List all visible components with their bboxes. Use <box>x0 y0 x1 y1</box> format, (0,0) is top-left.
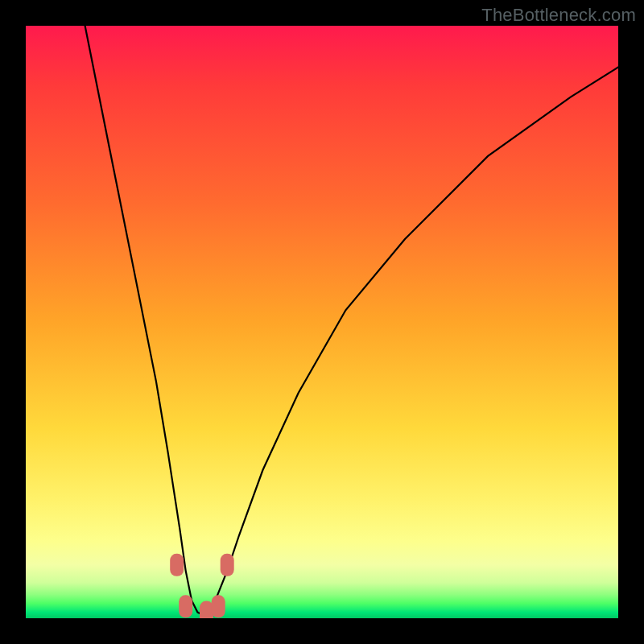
curve-marker <box>200 601 213 618</box>
curve-marker <box>170 554 184 576</box>
curve-marker <box>221 554 234 576</box>
plot-svg <box>26 26 618 618</box>
plot-gradient-area <box>26 26 618 618</box>
bottleneck-curve <box>85 26 618 615</box>
watermark-text: TheBottleneck.com <box>481 5 636 26</box>
curve-marker <box>212 595 225 617</box>
curve-markers <box>170 554 234 618</box>
curve-marker <box>179 595 192 617</box>
chart-frame: TheBottleneck.com <box>0 0 644 644</box>
